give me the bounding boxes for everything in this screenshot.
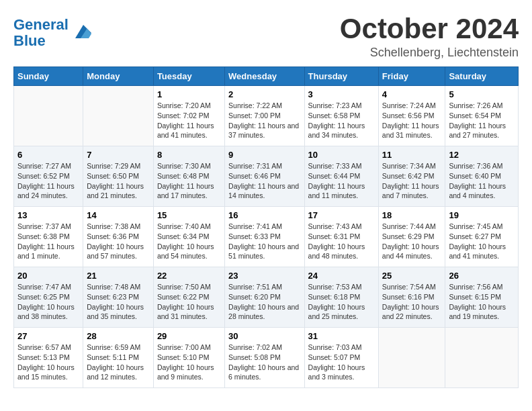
day-number: 3 <box>308 89 375 99</box>
day-number: 12 <box>449 150 515 160</box>
calendar-week-row: 6Sunrise: 7:27 AMSunset: 6:52 PMDaylight… <box>14 146 519 207</box>
day-info: Sunrise: 7:44 AMSunset: 6:29 PMDaylight:… <box>382 222 442 261</box>
page-header: General Blue October 2024 Schellenberg, … <box>13 13 519 60</box>
day-number: 4 <box>382 89 442 99</box>
day-info: Sunrise: 7:22 AMSunset: 7:00 PMDaylight:… <box>228 101 300 140</box>
day-info: Sunrise: 7:00 AMSunset: 5:10 PMDaylight:… <box>157 342 221 382</box>
calendar-cell: 16Sunrise: 7:41 AMSunset: 6:33 PMDayligh… <box>225 207 304 267</box>
calendar-cell: 30Sunrise: 7:02 AMSunset: 5:08 PMDayligh… <box>225 328 304 388</box>
calendar-cell: 11Sunrise: 7:34 AMSunset: 6:42 PMDayligh… <box>378 146 445 207</box>
day-info: Sunrise: 7:56 AMSunset: 6:15 PMDaylight:… <box>449 282 515 322</box>
day-info: Sunrise: 7:29 AMSunset: 6:50 PMDaylight:… <box>87 161 150 201</box>
calendar-cell: 3Sunrise: 7:23 AMSunset: 6:58 PMDaylight… <box>304 86 378 146</box>
day-info: Sunrise: 7:31 AMSunset: 6:46 PMDaylight:… <box>228 161 300 201</box>
day-info: Sunrise: 7:43 AMSunset: 6:31 PMDaylight:… <box>308 222 375 261</box>
day-number: 24 <box>308 271 375 281</box>
day-info: Sunrise: 7:50 AMSunset: 6:22 PMDaylight:… <box>157 282 221 322</box>
weekday-header: Friday <box>378 67 445 86</box>
calendar-week-row: 13Sunrise: 7:37 AMSunset: 6:38 PMDayligh… <box>14 207 519 267</box>
weekday-header: Wednesday <box>225 67 304 86</box>
day-info: Sunrise: 6:57 AMSunset: 5:13 PMDaylight:… <box>17 342 79 382</box>
calendar-cell: 15Sunrise: 7:40 AMSunset: 6:34 PMDayligh… <box>153 207 224 267</box>
calendar-cell: 1Sunrise: 7:20 AMSunset: 7:02 PMDaylight… <box>153 86 224 146</box>
day-number: 29 <box>157 331 221 341</box>
weekday-header: Sunday <box>14 67 83 86</box>
location-title: Schellenberg, Liechtenstein <box>340 46 519 60</box>
day-number: 9 <box>228 150 300 160</box>
calendar-cell: 12Sunrise: 7:36 AMSunset: 6:40 PMDayligh… <box>445 146 519 207</box>
calendar-cell <box>378 328 445 388</box>
day-number: 25 <box>382 271 442 281</box>
day-info: Sunrise: 7:53 AMSunset: 6:18 PMDaylight:… <box>308 282 375 322</box>
day-info: Sunrise: 7:24 AMSunset: 6:56 PMDaylight:… <box>382 101 442 140</box>
day-info: Sunrise: 7:23 AMSunset: 6:58 PMDaylight:… <box>308 101 375 140</box>
day-number: 16 <box>228 210 300 220</box>
calendar-cell: 14Sunrise: 7:38 AMSunset: 6:36 PMDayligh… <box>83 207 154 267</box>
calendar-cell: 23Sunrise: 7:51 AMSunset: 6:20 PMDayligh… <box>225 267 304 328</box>
day-info: Sunrise: 7:47 AMSunset: 6:25 PMDaylight:… <box>17 282 79 322</box>
day-number: 19 <box>449 210 515 220</box>
day-number: 7 <box>87 150 150 160</box>
day-info: Sunrise: 7:38 AMSunset: 6:36 PMDaylight:… <box>87 222 150 261</box>
day-number: 1 <box>157 89 221 99</box>
day-info: Sunrise: 7:40 AMSunset: 6:34 PMDaylight:… <box>157 222 221 261</box>
day-info: Sunrise: 7:03 AMSunset: 5:07 PMDaylight:… <box>308 342 375 382</box>
calendar-cell: 7Sunrise: 7:29 AMSunset: 6:50 PMDaylight… <box>83 146 154 207</box>
day-info: Sunrise: 7:20 AMSunset: 7:02 PMDaylight:… <box>157 101 221 140</box>
day-number: 10 <box>308 150 375 160</box>
calendar-cell: 31Sunrise: 7:03 AMSunset: 5:07 PMDayligh… <box>304 328 378 388</box>
calendar-cell <box>445 328 519 388</box>
day-number: 30 <box>228 331 300 341</box>
day-info: Sunrise: 7:37 AMSunset: 6:38 PMDaylight:… <box>17 222 79 261</box>
calendar-cell: 21Sunrise: 7:48 AMSunset: 6:23 PMDayligh… <box>83 267 154 328</box>
day-info: Sunrise: 7:34 AMSunset: 6:42 PMDaylight:… <box>382 161 442 201</box>
calendar-week-row: 27Sunrise: 6:57 AMSunset: 5:13 PMDayligh… <box>14 328 519 388</box>
calendar-cell: 24Sunrise: 7:53 AMSunset: 6:18 PMDayligh… <box>304 267 378 328</box>
day-number: 15 <box>157 210 221 220</box>
day-info: Sunrise: 7:48 AMSunset: 6:23 PMDaylight:… <box>87 282 150 322</box>
logo: General Blue <box>13 17 91 49</box>
day-info: Sunrise: 7:27 AMSunset: 6:52 PMDaylight:… <box>17 161 79 201</box>
calendar-table: SundayMondayTuesdayWednesdayThursdayFrid… <box>13 66 519 388</box>
day-number: 13 <box>17 210 79 220</box>
day-number: 22 <box>157 271 221 281</box>
day-number: 31 <box>308 331 375 341</box>
header-row: SundayMondayTuesdayWednesdayThursdayFrid… <box>14 67 519 86</box>
day-info: Sunrise: 7:54 AMSunset: 6:16 PMDaylight:… <box>382 282 442 322</box>
day-info: Sunrise: 7:26 AMSunset: 6:54 PMDaylight:… <box>449 101 515 140</box>
day-info: Sunrise: 7:33 AMSunset: 6:44 PMDaylight:… <box>308 161 375 201</box>
title-area: October 2024 Schellenberg, Liechtenstein <box>340 13 519 60</box>
day-info: Sunrise: 7:41 AMSunset: 6:33 PMDaylight:… <box>228 222 300 261</box>
weekday-header: Saturday <box>445 67 519 86</box>
calendar-cell: 2Sunrise: 7:22 AMSunset: 7:00 PMDaylight… <box>225 86 304 146</box>
calendar-cell: 22Sunrise: 7:50 AMSunset: 6:22 PMDayligh… <box>153 267 224 328</box>
calendar-cell <box>14 86 83 146</box>
day-number: 14 <box>87 210 150 220</box>
day-number: 23 <box>228 271 300 281</box>
day-number: 11 <box>382 150 442 160</box>
day-number: 17 <box>308 210 375 220</box>
calendar-cell: 29Sunrise: 7:00 AMSunset: 5:10 PMDayligh… <box>153 328 224 388</box>
calendar-cell: 5Sunrise: 7:26 AMSunset: 6:54 PMDaylight… <box>445 86 519 146</box>
calendar-cell: 8Sunrise: 7:30 AMSunset: 6:48 PMDaylight… <box>153 146 224 207</box>
calendar-cell: 27Sunrise: 6:57 AMSunset: 5:13 PMDayligh… <box>14 328 83 388</box>
calendar-cell: 6Sunrise: 7:27 AMSunset: 6:52 PMDaylight… <box>14 146 83 207</box>
calendar-cell: 10Sunrise: 7:33 AMSunset: 6:44 PMDayligh… <box>304 146 378 207</box>
calendar-cell: 17Sunrise: 7:43 AMSunset: 6:31 PMDayligh… <box>304 207 378 267</box>
calendar-cell: 13Sunrise: 7:37 AMSunset: 6:38 PMDayligh… <box>14 207 83 267</box>
day-number: 5 <box>449 89 515 99</box>
day-info: Sunrise: 7:51 AMSunset: 6:20 PMDaylight:… <box>228 282 300 322</box>
calendar-week-row: 20Sunrise: 7:47 AMSunset: 6:25 PMDayligh… <box>14 267 519 328</box>
day-number: 28 <box>87 331 150 341</box>
day-number: 27 <box>17 331 79 341</box>
day-number: 8 <box>157 150 221 160</box>
calendar-cell: 20Sunrise: 7:47 AMSunset: 6:25 PMDayligh… <box>14 267 83 328</box>
logo-icon <box>70 22 91 44</box>
day-info: Sunrise: 7:02 AMSunset: 5:08 PMDaylight:… <box>228 342 300 382</box>
logo-general: General <box>13 16 69 33</box>
logo-blue: Blue <box>13 32 46 49</box>
calendar-cell: 28Sunrise: 6:59 AMSunset: 5:11 PMDayligh… <box>83 328 154 388</box>
day-info: Sunrise: 6:59 AMSunset: 5:11 PMDaylight:… <box>87 342 150 382</box>
calendar-cell: 19Sunrise: 7:45 AMSunset: 6:27 PMDayligh… <box>445 207 519 267</box>
weekday-header: Thursday <box>304 67 378 86</box>
